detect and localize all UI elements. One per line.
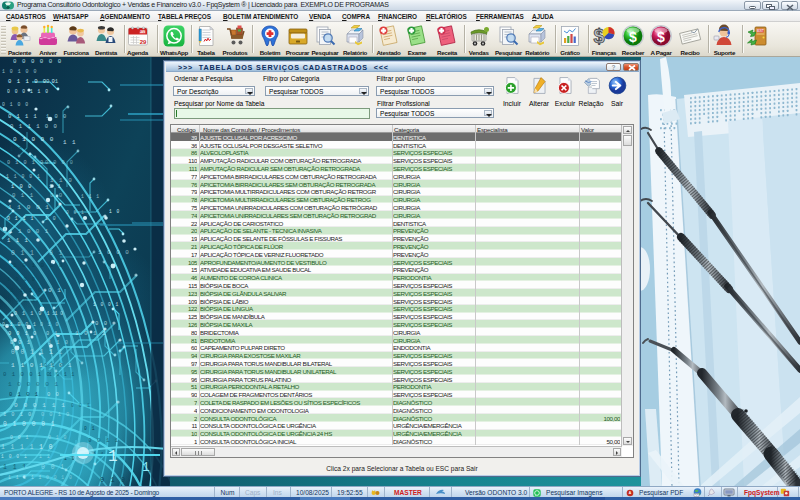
svg-text:$: $ — [629, 29, 637, 45]
svg-text:1 0: 1 0 — [39, 444, 53, 451]
svg-text:1 0 1 0: 1 0 1 0 — [3, 412, 32, 418]
svg-text:0 0 1: 0 0 1 — [10, 435, 29, 440]
svg-text:0 1: 0 1 — [46, 331, 59, 337]
svg-text:0 0 1: 0 0 1 — [66, 210, 85, 215]
svg-text:1 0 1 1: 1 0 1 1 — [49, 372, 75, 377]
svg-text:0 1 1 1: 0 1 1 1 — [8, 114, 38, 120]
svg-text:1 1: 1 1 — [63, 139, 77, 146]
svg-text:0 0 1: 0 0 1 — [71, 403, 91, 408]
svg-text:1 0 0: 1 0 0 — [10, 147, 31, 153]
svg-text:0 0 1 0: 0 0 1 0 — [41, 412, 70, 418]
svg-text:1 0 0 0: 1 0 0 0 — [98, 249, 130, 256]
svg-text:$: $ — [657, 29, 665, 45]
svg-text:1 0 0 0 0 1: 1 0 0 0 0 1 — [8, 381, 59, 388]
svg-text:1 0 1 0 0: 1 0 1 0 0 — [2, 69, 37, 74]
svg-text:0 0 1 0: 0 0 1 0 — [8, 331, 37, 337]
svg-text:0 1 1 1: 0 1 1 1 — [7, 216, 35, 221]
svg-text:0 1 1 1 0 0: 0 1 1 1 0 0 — [10, 123, 58, 130]
svg-text:1 1 0: 1 1 0 — [48, 340, 69, 346]
svg-text:1 0 0: 1 0 0 — [46, 114, 67, 120]
svg-text:29: 29 — [139, 39, 146, 45]
svg-text:0 1: 0 1 — [46, 78, 59, 85]
svg-text:1 1 0: 1 1 0 — [50, 177, 73, 184]
svg-text:0 0 1: 0 0 1 — [41, 464, 65, 471]
svg-text:1 1 1: 1 1 1 — [81, 194, 100, 199]
svg-text:0 1: 0 1 — [48, 287, 62, 294]
svg-text:0 1 1: 0 1 1 — [11, 250, 35, 257]
svg-text:1 1 0 1: 1 1 0 1 — [11, 362, 44, 369]
svg-text:1 0 0: 1 0 0 — [11, 184, 32, 190]
svg-text:0 0 0 0 0 0: 0 0 0 0 0 0 — [13, 58, 62, 65]
svg-text:0 1 0 0 0 1: 0 1 0 0 0 1 — [3, 421, 56, 428]
svg-text:0 1 0: 0 1 0 — [40, 322, 59, 327]
svg-text:0 1 0: 0 1 0 — [100, 476, 126, 484]
svg-text:0 1: 0 1 — [84, 426, 95, 431]
svg-text:0 1 0 1: 0 1 0 1 — [9, 391, 39, 398]
svg-text:0 0 0 0: 0 0 0 0 — [45, 160, 74, 166]
svg-text:0 1 0 1 0: 0 1 0 1 0 — [7, 160, 44, 166]
svg-text:0 1 0 0 0: 0 1 0 0 0 — [13, 136, 54, 143]
svg-text:0 0 0 1 0: 0 0 0 1 0 — [8, 298, 44, 304]
svg-text:0 1 0 0: 0 1 0 0 — [2, 102, 29, 107]
svg-text:0 1 1: 0 1 1 — [12, 192, 34, 199]
svg-text:0 0 1: 0 0 1 — [10, 340, 31, 346]
svg-text:0 1 0 0 1: 0 1 0 0 1 — [2, 322, 37, 327]
svg-text:1 0: 1 0 — [45, 216, 57, 221]
svg-text:1 0 0 0: 1 0 0 0 — [7, 277, 36, 283]
svg-text:0 1 0 0 1 0: 0 1 0 0 1 0 — [3, 371, 51, 378]
svg-text:JAN: JAN — [139, 30, 144, 34]
svg-text:1 1 1: 1 1 1 — [7, 237, 29, 244]
svg-text:1 1 0 1 1: 1 1 0 1 1 — [8, 475, 42, 480]
svg-text:1: 1 — [108, 448, 118, 466]
svg-text:0 0 1 1: 0 0 1 1 — [88, 437, 119, 444]
svg-text:0 0: 0 0 — [95, 320, 108, 327]
svg-text:0 0: 0 0 — [47, 391, 60, 398]
svg-text:0 1: 0 1 — [49, 250, 63, 257]
svg-text:0 0: 0 0 — [50, 192, 63, 199]
svg-text:1 0 0 1: 1 0 0 1 — [93, 302, 119, 307]
svg-text:0 0 0 1 1 1: 0 0 0 1 1 1 — [14, 402, 66, 409]
svg-text:0 1 0: 0 1 0 — [44, 363, 64, 369]
svg-text:1 0 1 0 0 0: 1 0 1 0 0 0 — [13, 262, 64, 269]
svg-text:0 1 0: 0 1 0 — [48, 435, 67, 440]
svg-text:1 1: 1 1 — [49, 349, 63, 356]
svg-text:0 0 1 0: 0 0 1 0 — [46, 475, 73, 480]
svg-text:1 1 0 0 1: 1 1 0 0 1 — [9, 228, 49, 235]
svg-text:1 1 0 0 1: 1 1 0 0 1 — [6, 174, 41, 179]
svg-text:1 0: 1 0 — [52, 311, 64, 317]
svg-text:1 0 1 1: 1 0 1 1 — [75, 330, 106, 337]
svg-text:1: 1 — [142, 460, 150, 475]
svg-text:0 0 1 1 1: 0 0 1 1 1 — [11, 349, 54, 356]
svg-text:$: $ — [593, 25, 604, 47]
svg-text:1 1: 1 1 — [49, 184, 62, 190]
svg-text:EXIT: EXIT — [757, 29, 764, 33]
svg-text:1 1 0 0 1: 1 1 0 0 1 — [8, 204, 50, 211]
svg-text:1 0: 1 0 — [109, 209, 120, 214]
svg-text:1 1 1 0: 1 1 1 0 — [10, 287, 43, 294]
svg-text:0 0 0 1 1 0: 0 0 0 1 1 0 — [7, 89, 49, 94]
